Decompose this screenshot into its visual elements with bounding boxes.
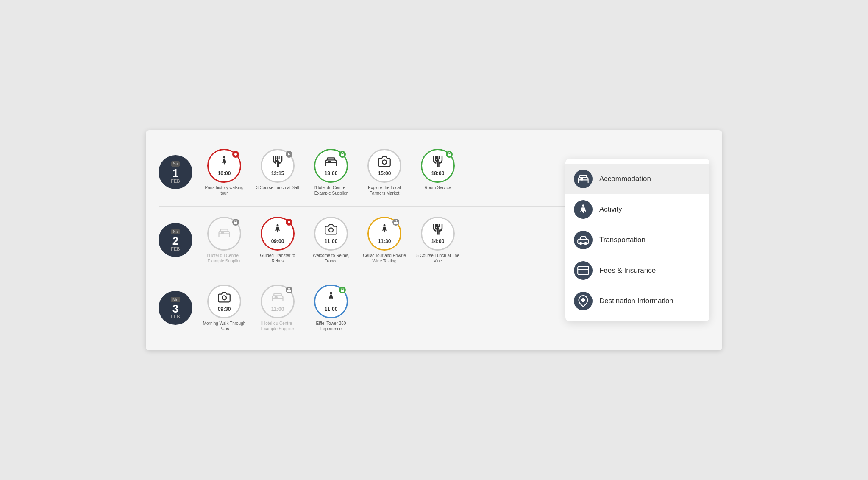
event-time: 12:15 bbox=[271, 170, 284, 176]
event-circle: 09:30 bbox=[207, 285, 241, 318]
event-item-2-5[interactable]: 14:005 Course Lunch at The Vine bbox=[415, 217, 461, 264]
transportation-icon bbox=[574, 231, 593, 249]
fork-icon bbox=[271, 155, 284, 170]
day-num: 2 bbox=[172, 235, 178, 246]
panel-label-transportation: Transportation bbox=[599, 236, 645, 244]
svg-rect-29 bbox=[341, 290, 344, 292]
event-badge bbox=[286, 151, 292, 158]
event-time: 10:00 bbox=[218, 170, 231, 176]
events-row: 09:30Morning Walk Through Paris 11:00 l'… bbox=[201, 285, 354, 332]
event-badge bbox=[286, 287, 292, 293]
event-time: 15:00 bbox=[378, 170, 391, 176]
event-label: l'Hotel du Centre - Example Supplier bbox=[308, 185, 354, 196]
event-label: 3 Course Lunch at Salt bbox=[256, 185, 299, 190]
event-item-1-5[interactable]: 18:00 Room Service bbox=[415, 149, 461, 190]
walk-icon bbox=[218, 155, 231, 170]
event-badge bbox=[232, 219, 239, 226]
event-item-1-3[interactable]: 13:00 l'Hotel du Centre - Example Suppli… bbox=[308, 149, 354, 196]
event-time: 11:00 bbox=[325, 306, 338, 312]
panel-label-destination: Destination Information bbox=[599, 297, 673, 305]
camera-icon bbox=[218, 291, 231, 305]
events-row: l'Hotel du Centre - Example Supplier 09:… bbox=[201, 217, 461, 264]
panel-item-transportation[interactable]: Transportation bbox=[565, 225, 709, 255]
event-item-1-1[interactable]: 10:00Paris history walking tour bbox=[201, 149, 248, 196]
svg-point-34 bbox=[585, 243, 587, 245]
event-label: l'Hotel du Centre - Example Supplier bbox=[201, 253, 248, 264]
main-container: Sa 1 FEB 10:00Paris history walking tour… bbox=[146, 130, 722, 350]
day-month: FEB bbox=[171, 314, 180, 319]
event-label: Explore the Local Farmers Market bbox=[361, 185, 408, 196]
fees-icon bbox=[574, 261, 593, 280]
walk-icon bbox=[378, 223, 391, 237]
event-time: 09:30 bbox=[218, 306, 231, 312]
panel-item-accommodation[interactable]: Accommodation bbox=[565, 164, 709, 194]
event-circle: 11:00 bbox=[314, 217, 348, 251]
event-time: 11:30 bbox=[378, 238, 391, 244]
day-abbr: Mo bbox=[171, 297, 180, 302]
day-badge-3: Mo 3 FEB bbox=[159, 291, 192, 325]
bed-icon bbox=[325, 155, 337, 170]
event-circle bbox=[207, 217, 241, 251]
event-label: Paris history walking tour bbox=[201, 185, 248, 196]
panel-label-fees: Fees & Insurance bbox=[599, 266, 656, 275]
event-badge bbox=[339, 287, 346, 293]
panel-label-accommodation: Accommodation bbox=[599, 175, 651, 183]
svg-point-25 bbox=[222, 296, 226, 300]
day-badge-1: Sa 1 FEB bbox=[159, 155, 192, 189]
event-label: 5 Course Lunch at The Vine bbox=[415, 253, 461, 264]
bed-icon bbox=[218, 226, 231, 241]
svg-rect-7 bbox=[341, 154, 344, 156]
event-item-3-2[interactable]: 11:00 l'Hotel du Centre - Example Suppli… bbox=[254, 285, 301, 332]
event-circle: 11:30 bbox=[367, 217, 401, 251]
event-circle: 09:00 bbox=[261, 217, 295, 251]
svg-rect-35 bbox=[578, 267, 589, 275]
event-badge bbox=[339, 151, 346, 158]
event-label: Eiffel Tower 360 Experience bbox=[308, 321, 354, 332]
svg-rect-6 bbox=[328, 161, 331, 162]
event-time: 14:00 bbox=[431, 238, 445, 244]
panel-item-activity[interactable]: Activity bbox=[565, 194, 709, 225]
svg-point-19 bbox=[384, 224, 386, 226]
event-circle: 11:00 bbox=[261, 285, 295, 318]
event-time: 11:00 bbox=[271, 306, 284, 312]
svg-point-28 bbox=[330, 292, 332, 294]
day-abbr: Sa bbox=[171, 161, 180, 167]
fork-icon bbox=[431, 155, 444, 170]
event-item-2-1[interactable]: l'Hotel du Centre - Example Supplier bbox=[201, 217, 248, 264]
day-abbr: Su bbox=[171, 229, 180, 234]
event-item-2-2[interactable]: 09:00Guided Transfer to Reims bbox=[254, 217, 301, 264]
bed-icon bbox=[271, 291, 284, 305]
panel-item-fees[interactable]: Fees & Insurance bbox=[565, 255, 709, 286]
svg-point-31 bbox=[582, 204, 584, 207]
event-label: Cellar Tour and Private Wine Tasting bbox=[361, 253, 408, 264]
event-badge bbox=[232, 151, 239, 158]
event-item-1-4[interactable]: 15:00Explore the Local Farmers Market bbox=[361, 149, 408, 196]
destination-icon bbox=[574, 292, 593, 310]
event-item-3-1[interactable]: 09:30Morning Walk Through Paris bbox=[201, 285, 248, 332]
event-item-3-3[interactable]: 11:00 Eiffel Tower 360 Experience bbox=[308, 285, 354, 332]
event-circle: 10:00 bbox=[207, 149, 241, 183]
svg-point-16 bbox=[277, 224, 279, 226]
svg-point-37 bbox=[582, 299, 585, 301]
svg-rect-13 bbox=[448, 154, 451, 156]
svg-point-0 bbox=[223, 156, 225, 158]
accommodation-icon bbox=[574, 170, 593, 188]
camera-icon bbox=[378, 155, 391, 170]
svg-point-8 bbox=[382, 160, 387, 164]
event-item-2-3[interactable]: 11:00Welcome to Reims, France bbox=[308, 217, 354, 264]
event-item-1-2[interactable]: 12:153 Course Lunch at Salt bbox=[254, 149, 301, 190]
walk-icon bbox=[325, 291, 337, 305]
event-item-2-4[interactable]: 11:30 Cellar Tour and Private Wine Tasti… bbox=[361, 217, 408, 264]
svg-rect-15 bbox=[234, 222, 237, 224]
svg-point-18 bbox=[329, 228, 333, 232]
event-circle: 13:00 bbox=[314, 149, 348, 183]
svg-point-33 bbox=[580, 243, 582, 245]
event-label: l'Hotel du Centre - Example Supplier bbox=[254, 321, 301, 332]
panel-item-destination[interactable]: Destination Information bbox=[565, 286, 709, 316]
event-time: 13:00 bbox=[325, 170, 338, 176]
event-time: 09:00 bbox=[271, 238, 284, 244]
event-label: Room Service bbox=[425, 185, 451, 190]
event-label: Guided Transfer to Reims bbox=[254, 253, 301, 264]
event-badge bbox=[446, 151, 453, 158]
day-month: FEB bbox=[171, 179, 180, 184]
